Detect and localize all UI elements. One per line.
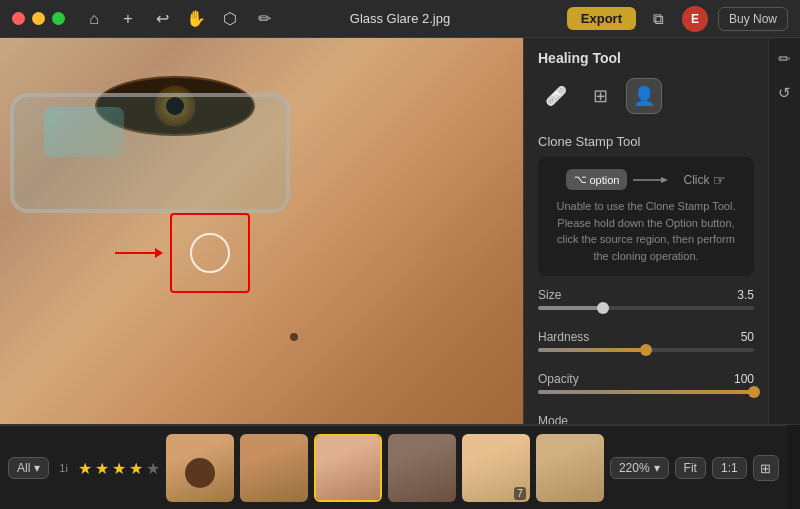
option-badge: ⌥ option — [566, 169, 628, 190]
hardness-label: Hardness — [538, 330, 589, 344]
thumb-face-3 — [316, 436, 380, 500]
thumb-num-5: 7 — [514, 487, 526, 500]
buy-now-button[interactable]: Buy Now — [718, 7, 788, 31]
lasso-icon[interactable]: ⬡ — [219, 8, 241, 30]
star-1: ★ — [78, 459, 92, 478]
thumb-6[interactable] — [536, 434, 604, 502]
filter-chevron-icon: ▾ — [34, 461, 40, 475]
arrow-connector — [633, 174, 673, 186]
star-2: ★ — [95, 459, 109, 478]
filter-dropdown[interactable]: All ▾ — [8, 457, 49, 479]
hand-icon[interactable]: ✋ — [185, 8, 207, 30]
svg-marker-1 — [661, 177, 668, 183]
fit-button[interactable]: Fit — [675, 457, 706, 479]
document-title: Glass Glare 2.jpg — [350, 11, 450, 26]
avatar[interactable]: E — [682, 6, 708, 32]
heal-brush-icon[interactable]: 🩹 — [538, 78, 574, 114]
opacity-slider-fill — [538, 390, 754, 394]
thumb-2[interactable] — [240, 434, 308, 502]
add-icon[interactable]: + — [117, 8, 139, 30]
glasses-frame — [10, 93, 290, 213]
star-5: ★ — [146, 459, 160, 478]
mode-section: Mode Normal ▾ — [524, 414, 768, 424]
clone-info-box: ⌥ option Click ☞ Unable to use the Clone… — [538, 157, 754, 276]
stamp-selection — [170, 213, 250, 293]
hardness-value: 50 — [741, 330, 754, 344]
opacity-row: Opacity 100 — [538, 372, 754, 386]
opacity-slider-section: Opacity 100 — [524, 372, 768, 414]
option-text: option — [590, 174, 620, 186]
photo-count: 1i — [59, 462, 68, 474]
size-slider-thumb[interactable] — [597, 302, 609, 314]
opacity-value: 100 — [734, 372, 754, 386]
opacity-slider-thumb[interactable] — [748, 386, 760, 398]
arrow-line — [115, 252, 155, 254]
arrow-head — [155, 248, 163, 258]
clone-info-text: Unable to use the Clone Stamp Tool. Plea… — [550, 198, 742, 264]
hardness-slider-section: Hardness 50 — [524, 330, 768, 372]
stamp-circle — [190, 233, 230, 273]
thumb-face-1 — [166, 434, 234, 502]
stars-rating[interactable]: ★ ★ ★ ★ ★ — [78, 459, 160, 478]
star-3: ★ — [112, 459, 126, 478]
content-area: Healing Tool 🩹 ⊞ 👤 Clone Stamp Tool ⌥ op… — [0, 38, 800, 424]
filter-label: All — [17, 461, 30, 475]
right-toolbar: ✏ ↺ — [768, 38, 800, 424]
zoom-value: 220% — [619, 461, 650, 475]
size-slider-track[interactable] — [538, 306, 754, 310]
option-icon: ⌥ — [574, 173, 587, 186]
right-panel: Healing Tool 🩹 ⊞ 👤 Clone Stamp Tool ⌥ op… — [523, 38, 768, 424]
bottom-strip: All ▾ 1i ★ ★ ★ ★ ★ — [0, 425, 787, 509]
patch-tool-icon[interactable]: ⊞ — [582, 78, 618, 114]
one-to-one-button[interactable]: 1:1 — [712, 457, 747, 479]
image-canvas — [0, 38, 523, 424]
thumb-face-4 — [388, 434, 456, 502]
undo-icon[interactable]: ↩ — [151, 8, 173, 30]
opacity-slider-track[interactable] — [538, 390, 754, 394]
size-slider-section: Size 3.5 — [524, 288, 768, 330]
grid-view-button[interactable]: ⊞ — [753, 455, 779, 481]
star-4: ★ — [129, 459, 143, 478]
option-click-row: ⌥ option Click ☞ — [566, 169, 727, 190]
thumb-4[interactable] — [388, 434, 456, 502]
clone-stamp-label: Clone Stamp Tool — [524, 134, 768, 157]
mole — [290, 333, 298, 341]
panel-tool-icons: 🩹 ⊞ 👤 — [524, 74, 768, 124]
clone-stamp-icon[interactable]: 👤 — [626, 78, 662, 114]
home-icon[interactable]: ⌂ — [83, 8, 105, 30]
titlebar-tools: ⌂ + ↩ ✋ ⬡ ✏ — [83, 8, 275, 30]
thumb-5[interactable]: 7 — [462, 434, 530, 502]
size-row: Size 3.5 — [538, 288, 754, 302]
minimize-button[interactable] — [32, 12, 45, 25]
thumb-1[interactable] — [166, 434, 234, 502]
titlebar-right: Export ⧉ E Buy Now — [567, 6, 788, 32]
export-button[interactable]: Export — [567, 7, 636, 30]
traffic-lights — [12, 12, 65, 25]
zoom-chevron-icon: ▾ — [654, 461, 660, 475]
thumb-face-2 — [240, 434, 308, 502]
brush-icon[interactable]: ✏ — [253, 8, 275, 30]
panel-title: Healing Tool — [524, 38, 768, 74]
close-button[interactable] — [12, 12, 25, 25]
maximize-button[interactable] — [52, 12, 65, 25]
copy-icon[interactable]: ⧉ — [646, 6, 672, 32]
hardness-slider-fill — [538, 348, 646, 352]
history-icon[interactable]: ↺ — [772, 80, 798, 106]
size-value: 3.5 — [737, 288, 754, 302]
thumb-3[interactable] — [314, 434, 382, 502]
click-label: Click — [683, 173, 709, 187]
thumb-face-6 — [536, 434, 604, 502]
bottom-main: All ▾ 1i ★ ★ ★ ★ ★ — [0, 424, 800, 509]
opacity-label: Opacity — [538, 372, 579, 386]
mode-label: Mode — [538, 414, 568, 424]
glasses-glare — [44, 107, 124, 157]
cursor-icon: ☞ — [713, 172, 726, 188]
mode-row: Mode — [538, 414, 754, 424]
hardness-slider-track[interactable] — [538, 348, 754, 352]
titlebar: ⌂ + ↩ ✋ ⬡ ✏ Glass Glare 2.jpg Export ⧉ E… — [0, 0, 800, 38]
hardness-slider-thumb[interactable] — [640, 344, 652, 356]
pen-icon[interactable]: ✏ — [772, 46, 798, 72]
zoom-dropdown[interactable]: 220% ▾ — [610, 457, 669, 479]
canvas-area[interactable] — [0, 38, 523, 424]
size-label: Size — [538, 288, 561, 302]
